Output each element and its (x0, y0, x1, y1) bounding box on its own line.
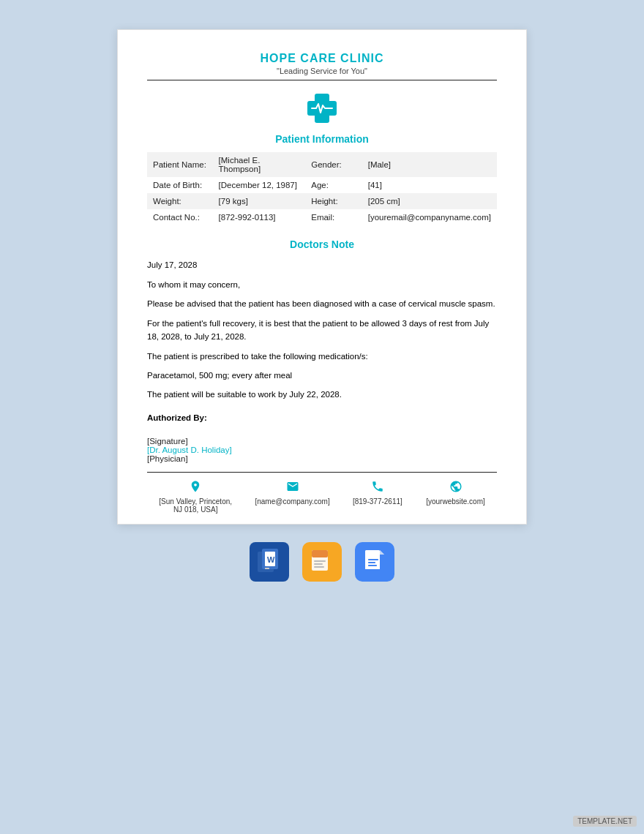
email-label: Email: (305, 209, 362, 225)
doctors-note-title: Doctors Note (147, 238, 497, 250)
footer-email: [name@company.com] (255, 497, 329, 506)
pages-icon[interactable] (302, 542, 342, 582)
patient-info-title: Patient Information (147, 133, 497, 145)
weight-label: Weight: (147, 193, 213, 209)
footer-website-item: [yourwebsite.com] (426, 480, 485, 506)
svg-rect-6 (265, 568, 269, 569)
app-icons-bar: W (250, 542, 394, 582)
note-salutation: To whom it may concern, (147, 278, 497, 291)
svg-rect-17 (368, 559, 378, 560)
table-row: Contact No.: [872-992-0113] Email: [your… (147, 209, 497, 225)
gender-label: Gender: (305, 152, 362, 177)
clinic-name: HOPE CARE CLINIC (147, 52, 497, 65)
authorized-section: Authorized By: (147, 413, 497, 422)
signature-block: [Signature] [Dr. August D. Holiday] [Phy… (147, 437, 497, 463)
dob-value: [December 12, 1987] (213, 177, 306, 193)
patient-name-value: [Michael E. Thompson] (213, 152, 306, 177)
document: HOPE CARE CLINIC "Leading Service for Yo… (117, 29, 527, 525)
patient-table: Patient Name: [Michael E. Thompson] Gend… (147, 152, 497, 225)
svg-rect-19 (368, 565, 377, 566)
email-icon (286, 480, 299, 495)
clinic-header: HOPE CARE CLINIC "Leading Service for Yo… (147, 52, 497, 75)
svg-rect-18 (368, 562, 375, 563)
header-divider (147, 80, 497, 80)
note-section: Doctors Note July 17, 2028 To whom it ma… (147, 238, 497, 463)
email-value: [youremail@companyname.com] (362, 209, 497, 225)
watermark: TEMPLATE.NET (573, 816, 637, 827)
phone-icon (371, 480, 384, 495)
dob-label: Date of Birth: (147, 177, 213, 193)
table-row: Weight: [79 kgs] Height: [205 cm] (147, 193, 497, 209)
footer-phone: [819-377-2611] (353, 497, 402, 506)
gender-value: [Male] (362, 152, 497, 177)
svg-rect-11 (314, 566, 324, 568)
document-footer: [Sun Valley, Princeton, NJ 018, USA] [na… (147, 473, 497, 524)
word-icon[interactable]: W (250, 542, 289, 582)
footer-email-item: [name@company.com] (256, 480, 329, 506)
note-medication: Paracetamol, 500 mg; every after meal (147, 369, 497, 382)
height-label: Height: (305, 193, 362, 209)
authorized-label: Authorized By: (147, 413, 207, 422)
medical-cross-icon (304, 91, 340, 126)
note-line2: For the patient's full recovery, it is b… (147, 317, 497, 344)
physician-label: [Physician] (147, 454, 497, 463)
note-line4: The patient will be suitable to work by … (147, 388, 497, 401)
note-line1: Please be advised that the patient has b… (147, 297, 497, 310)
footer-address-item: [Sun Valley, Princeton, NJ 018, USA] (159, 480, 232, 514)
contact-value: [872-992-0113] (213, 209, 306, 225)
website-icon (449, 480, 463, 495)
age-label: Age: (305, 177, 362, 193)
svg-rect-9 (314, 560, 326, 562)
doctor-name: [Dr. August D. Holiday] (147, 446, 497, 454)
svg-rect-10 (314, 563, 323, 565)
note-line3: The patient is prescribed to take the fo… (147, 350, 497, 363)
footer-phone-item: [819-377-2611] (353, 480, 402, 506)
svg-rect-8 (312, 550, 328, 557)
age-value: [41] (362, 177, 497, 193)
note-date: July 17, 2028 (147, 260, 497, 269)
google-docs-icon[interactable] (355, 542, 394, 582)
height-value: [205 cm] (362, 193, 497, 209)
clinic-tagline: "Leading Service for You" (147, 67, 497, 75)
logo-area (147, 91, 497, 126)
note-body: To whom it may concern, Please be advise… (147, 278, 497, 402)
location-icon (189, 480, 202, 495)
signature-line: [Signature] (147, 437, 497, 446)
table-row: Patient Name: [Michael E. Thompson] Gend… (147, 152, 497, 177)
svg-text:W: W (267, 555, 275, 564)
contact-label: Contact No.: (147, 209, 213, 225)
patient-name-label: Patient Name: (147, 152, 213, 177)
weight-value: [79 kgs] (213, 193, 306, 209)
footer-address: [Sun Valley, Princeton, NJ 018, USA] (159, 497, 232, 514)
table-row: Date of Birth: [December 12, 1987] Age: … (147, 177, 497, 193)
svg-marker-16 (380, 550, 384, 555)
footer-website: [yourwebsite.com] (426, 497, 485, 506)
